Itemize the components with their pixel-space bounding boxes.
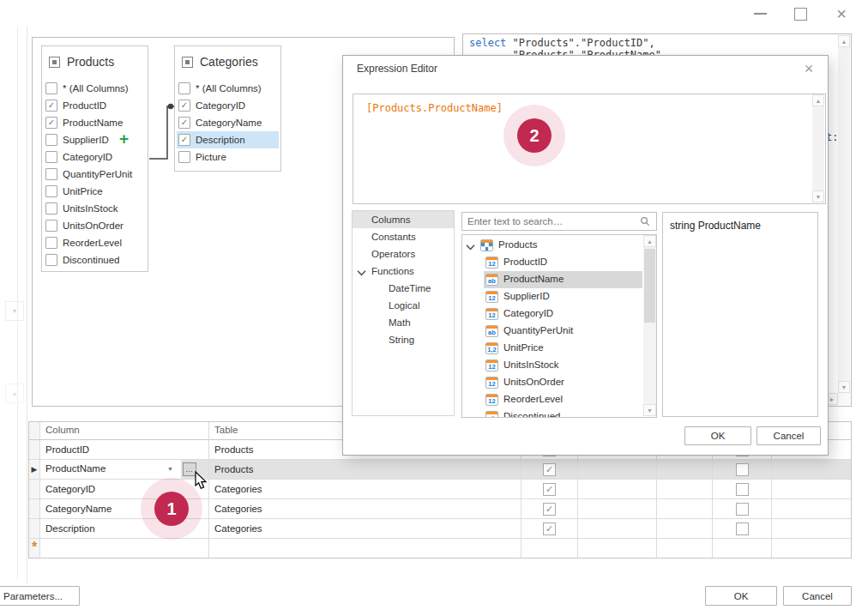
- chevron-down-icon[interactable]: [357, 268, 366, 278]
- parameters-button[interactable]: Parameters...: [0, 586, 80, 606]
- field-checkbox[interactable]: [45, 82, 57, 94]
- minimize-button[interactable]: [749, 3, 771, 24]
- grid-checkbox[interactable]: ✓: [543, 503, 556, 516]
- tree-item-unitsinstock[interactable]: 12UnitsInStock: [462, 357, 642, 374]
- new-row-indicator-icon: *: [29, 539, 40, 559]
- chevron-down-icon[interactable]: [466, 242, 475, 252]
- memo-scrollbar[interactable]: ▲ ▼: [812, 94, 824, 202]
- table-card-field[interactable]: UnitsOnOrder: [44, 217, 146, 234]
- scrollbar-thumb[interactable]: [644, 249, 655, 323]
- table-checkbox-icon[interactable]: [182, 57, 193, 68]
- field-checkbox[interactable]: ✓: [178, 134, 190, 146]
- table-card-field[interactable]: ✓CategoryName: [177, 114, 279, 131]
- table-card-field[interactable]: ✓ProductID: [44, 97, 146, 114]
- scroll-down-icon[interactable]: ▼: [812, 190, 824, 202]
- tree-item-supplierid[interactable]: 12SupplierID: [462, 288, 642, 305]
- field-label: ProductID: [63, 100, 106, 111]
- tree-item-unitprice[interactable]: 1,2UnitPrice: [462, 340, 642, 357]
- add-column-icon[interactable]: +: [119, 130, 129, 147]
- table-card-field[interactable]: ✓ProductName: [44, 114, 146, 131]
- table-card-field[interactable]: ✓CategoryID: [177, 97, 279, 114]
- field-checkbox[interactable]: [178, 151, 190, 163]
- grid-checkbox[interactable]: [736, 522, 749, 535]
- table-card-field[interactable]: ✓Description: [177, 131, 279, 148]
- scroll-down-icon[interactable]: ▼: [643, 404, 656, 416]
- field-checkbox[interactable]: [45, 185, 57, 197]
- field-checkbox[interactable]: [45, 151, 57, 163]
- category-item-datetime[interactable]: DateTime: [353, 280, 454, 297]
- tree-item-products-root[interactable]: Products: [462, 237, 642, 254]
- table-card-field[interactable]: Picture: [177, 148, 279, 166]
- table-card-field[interactable]: * (All Columns): [44, 80, 146, 97]
- field-checkbox[interactable]: [45, 220, 57, 232]
- dialog-ok-button[interactable]: OK: [684, 426, 751, 445]
- dialog-cancel-button[interactable]: Cancel: [757, 426, 821, 445]
- field-checkbox[interactable]: ✓: [45, 100, 57, 112]
- cancel-button[interactable]: Cancel: [783, 586, 852, 606]
- grid-checkbox[interactable]: ✓: [543, 463, 556, 476]
- table-card-field[interactable]: Discontinued: [44, 251, 146, 269]
- field-checkbox[interactable]: [45, 134, 57, 146]
- category-item-logical[interactable]: Logical: [353, 297, 454, 314]
- left-edge-artifact-line: [27, 26, 27, 583]
- grid-cell: Categories: [209, 519, 521, 539]
- field-checkbox[interactable]: ✓: [45, 117, 57, 129]
- dropdown-arrow-icon[interactable]: ▼: [167, 466, 173, 472]
- table-card-field[interactable]: UnitsInStock: [44, 200, 146, 217]
- grid-cell: [578, 519, 657, 539]
- field-checkbox[interactable]: [45, 237, 57, 249]
- field-checkbox[interactable]: [45, 168, 57, 180]
- sql-vertical-scrollbar[interactable]: ▲ ▼: [838, 35, 850, 393]
- grid-header-cell[interactable]: Column: [40, 422, 209, 440]
- tree-scrollbar[interactable]: ▲ ▼: [643, 235, 656, 416]
- table-card-products[interactable]: Products * (All Columns)✓ProductID✓Produ…: [41, 45, 148, 272]
- scroll-down-icon[interactable]: ▼: [838, 381, 850, 393]
- table-card-field[interactable]: UnitPrice: [44, 183, 146, 200]
- field-checkbox[interactable]: ✓: [178, 100, 190, 112]
- category-item-operators[interactable]: Operators: [353, 245, 454, 263]
- search-input[interactable]: [466, 214, 636, 229]
- table-checkbox-icon[interactable]: [49, 57, 60, 68]
- expression-memo[interactable]: [Products.ProductName] ▲ ▼: [353, 94, 826, 204]
- grid-row[interactable]: ▶ProductName▼…Products✓: [29, 460, 851, 480]
- tree-item-label: Products: [498, 239, 537, 250]
- grid-checkbox[interactable]: [736, 463, 749, 476]
- minimize-icon: [754, 13, 767, 15]
- scroll-up-icon[interactable]: ▲: [812, 94, 824, 106]
- category-item-columns[interactable]: Columns: [353, 211, 454, 228]
- tree-item-categoryid[interactable]: 12CategoryID: [462, 305, 642, 323]
- category-item-string[interactable]: String: [353, 331, 454, 348]
- category-item-math[interactable]: Math: [353, 314, 454, 331]
- tree-item-productname[interactable]: abProductName: [462, 271, 642, 288]
- grid-checkbox[interactable]: ✓: [543, 522, 556, 535]
- close-button[interactable]: ×: [830, 3, 853, 24]
- field-checkbox[interactable]: [178, 82, 190, 94]
- table-card-field[interactable]: CategoryID: [44, 148, 146, 166]
- table-card-field[interactable]: * (All Columns): [177, 80, 279, 97]
- search-icon[interactable]: [640, 216, 650, 226]
- ok-button[interactable]: OK: [705, 586, 777, 606]
- grid-cell: ProductName▼…: [40, 460, 209, 480]
- scroll-up-icon[interactable]: ▲: [838, 35, 850, 47]
- category-item-functions[interactable]: Functions: [353, 263, 454, 280]
- tree-item-quantityperunit[interactable]: abQuantityPerUnit: [462, 323, 642, 340]
- table-card-field[interactable]: SupplierID: [44, 131, 146, 148]
- category-item-constants[interactable]: Constants: [353, 228, 454, 245]
- table-card-categories[interactable]: Categories * (All Columns)✓CategoryID✓Ca…: [174, 45, 281, 172]
- field-checkbox[interactable]: [45, 254, 57, 266]
- tree-item-discontinued[interactable]: ✓Discontinued: [462, 408, 642, 418]
- tree-item-productid[interactable]: 12ProductID: [462, 254, 642, 271]
- maximize-button[interactable]: [789, 3, 811, 24]
- cell-editor[interactable]: ProductName▼: [40, 460, 181, 479]
- table-card-field[interactable]: ReorderLevel: [44, 234, 146, 251]
- field-checkbox[interactable]: [45, 202, 57, 214]
- grid-checkbox[interactable]: [736, 503, 749, 516]
- grid-checkbox[interactable]: [736, 483, 749, 496]
- tree-item-reorderlevel[interactable]: 12ReorderLevel: [462, 391, 642, 408]
- tree-item-unitsonorder[interactable]: 12UnitsOnOrder: [462, 374, 642, 391]
- table-card-field[interactable]: QuantityPerUnit: [44, 166, 146, 183]
- dialog-close-button[interactable]: ×: [798, 59, 820, 78]
- field-checkbox[interactable]: ✓: [178, 117, 190, 129]
- scroll-up-icon[interactable]: ▲: [643, 235, 656, 247]
- grid-checkbox[interactable]: ✓: [543, 483, 556, 496]
